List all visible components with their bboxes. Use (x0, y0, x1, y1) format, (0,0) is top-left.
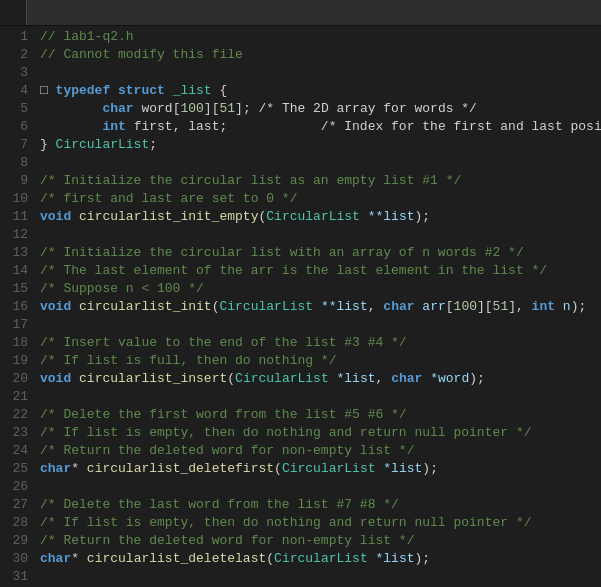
code-line-27: /* Delete the last word from the list #7… (40, 496, 601, 514)
code-line-8 (40, 154, 601, 172)
line-number-14: 14 (6, 262, 28, 280)
code-line-17 (40, 316, 601, 334)
tab-lab1-q2h[interactable] (0, 0, 27, 25)
code-line-5: char word[100][51]; /* The 2D array for … (40, 100, 601, 118)
line-number-23: 23 (6, 424, 28, 442)
line-number-1: 1 (6, 28, 28, 46)
code-line-11: void circularlist_init_empty(CircularLis… (40, 208, 601, 226)
line-number-15: 15 (6, 280, 28, 298)
line-number-5: 5 (6, 100, 28, 118)
code-line-21 (40, 388, 601, 406)
line-number-21: 21 (6, 388, 28, 406)
code-line-4: □ typedef struct _list { (40, 82, 601, 100)
code-line-23: /* If list is empty, then do nothing and… (40, 424, 601, 442)
line-number-25: 25 (6, 460, 28, 478)
code-line-20: void circularlist_insert(CircularList *l… (40, 370, 601, 388)
line-numbers: 1234567891011121314151617181920212223242… (0, 26, 36, 587)
line-number-7: 7 (6, 136, 28, 154)
line-number-12: 12 (6, 226, 28, 244)
line-number-8: 8 (6, 154, 28, 172)
line-number-24: 24 (6, 442, 28, 460)
code-line-12 (40, 226, 601, 244)
line-number-19: 19 (6, 352, 28, 370)
line-number-3: 3 (6, 64, 28, 82)
line-number-11: 11 (6, 208, 28, 226)
line-number-10: 10 (6, 190, 28, 208)
code-line-22: /* Delete the first word from the list #… (40, 406, 601, 424)
code-line-14: /* The last element of the arr is the la… (40, 262, 601, 280)
line-number-18: 18 (6, 334, 28, 352)
line-number-27: 27 (6, 496, 28, 514)
code-area[interactable]: // lab1-q2.h// Cannot modify this file □… (36, 26, 601, 587)
code-line-30: char* circularlist_deletelast(CircularLi… (40, 550, 601, 568)
tab-bar (0, 0, 601, 26)
line-number-16: 16 (6, 298, 28, 316)
code-line-26 (40, 478, 601, 496)
code-line-15: /* Suppose n < 100 */ (40, 280, 601, 298)
line-number-22: 22 (6, 406, 28, 424)
code-line-13: /* Initialize the circular list with an … (40, 244, 601, 262)
code-line-29: /* Return the deleted word for non-empty… (40, 532, 601, 550)
line-number-28: 28 (6, 514, 28, 532)
code-line-24: /* Return the deleted word for non-empty… (40, 442, 601, 460)
code-line-28: /* If list is empty, then do nothing and… (40, 514, 601, 532)
code-line-10: /* first and last are set to 0 */ (40, 190, 601, 208)
line-number-4: 4 (6, 82, 28, 100)
editor: 1234567891011121314151617181920212223242… (0, 26, 601, 587)
code-line-9: /* Initialize the circular list as an em… (40, 172, 601, 190)
code-line-1: // lab1-q2.h (40, 28, 601, 46)
code-line-2: // Cannot modify this file (40, 46, 601, 64)
code-line-19: /* If list is full, then do nothing */ (40, 352, 601, 370)
code-line-3 (40, 64, 601, 82)
line-number-30: 30 (6, 550, 28, 568)
line-number-9: 9 (6, 172, 28, 190)
code-line-18: /* Insert value to the end of the list #… (40, 334, 601, 352)
line-number-26: 26 (6, 478, 28, 496)
code-line-31 (40, 568, 601, 586)
line-number-31: 31 (6, 568, 28, 586)
code-line-25: char* circularlist_deletefirst(CircularL… (40, 460, 601, 478)
line-number-20: 20 (6, 370, 28, 388)
code-line-16: void circularlist_init(CircularList **li… (40, 298, 601, 316)
code-line-7: } CircularList; (40, 136, 601, 154)
line-number-13: 13 (6, 244, 28, 262)
line-number-2: 2 (6, 46, 28, 64)
line-number-17: 17 (6, 316, 28, 334)
line-number-29: 29 (6, 532, 28, 550)
code-line-6: int first, last; /* Index for the first … (40, 118, 601, 136)
line-number-6: 6 (6, 118, 28, 136)
